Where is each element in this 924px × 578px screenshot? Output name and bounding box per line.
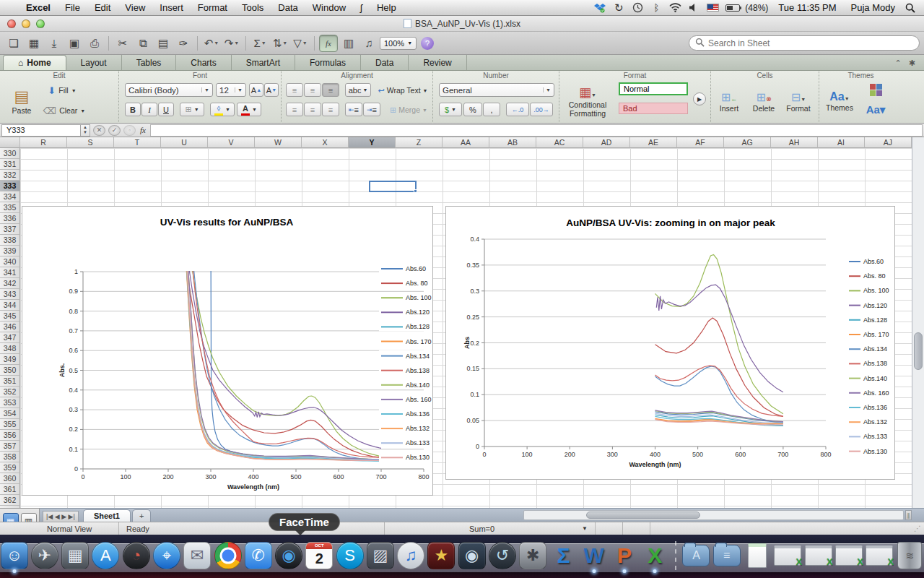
align-right-button[interactable]: ≡ bbox=[322, 103, 339, 116]
menu-item-edit[interactable]: Edit bbox=[87, 0, 118, 16]
row-header-331[interactable]: 331 bbox=[0, 159, 20, 170]
themes-button[interactable]: Aa▼Themes bbox=[821, 82, 858, 120]
row-header-341[interactable]: 341 bbox=[0, 267, 20, 278]
column-header-aj[interactable]: AJ bbox=[865, 137, 912, 148]
row-header-350[interactable]: 350 bbox=[0, 365, 20, 376]
row-header-359[interactable]: 359 bbox=[0, 462, 20, 473]
fill-color-button[interactable]: ⬨▼ bbox=[210, 103, 235, 116]
input-source-flag-icon[interactable] bbox=[705, 1, 720, 15]
cell-style-bad[interactable]: Bad bbox=[619, 103, 688, 114]
row-header-333[interactable]: 333 bbox=[0, 181, 20, 191]
dock-icon-imovie[interactable]: ★ bbox=[427, 541, 456, 570]
row-header-335[interactable]: 335 bbox=[0, 202, 20, 213]
menu-item-insert[interactable]: Insert bbox=[152, 0, 191, 16]
column-header-ag[interactable]: AG bbox=[724, 137, 771, 148]
formula-input[interactable] bbox=[150, 124, 923, 137]
column-header-y[interactable]: Y bbox=[349, 137, 396, 148]
dock-icon-messages[interactable]: ✆ bbox=[244, 541, 272, 570]
dock-icon-grapher[interactable]: Σ bbox=[549, 541, 578, 570]
column-header-af[interactable]: AF bbox=[677, 137, 724, 148]
vertical-scrollbar-thumb[interactable] bbox=[914, 332, 923, 370]
wrap-text-button[interactable]: ↩Wrap Text▼ bbox=[374, 83, 432, 98]
column-header-w[interactable]: W bbox=[255, 137, 302, 148]
search-field[interactable] bbox=[689, 35, 920, 51]
dock-icon-app-store[interactable]: A bbox=[92, 541, 120, 570]
dock-icon-excel-window-4[interactable]: X bbox=[865, 541, 893, 570]
menu-item-tools[interactable]: Tools bbox=[235, 0, 271, 16]
paste-button[interactable]: ▤Paste bbox=[6, 82, 38, 120]
open-gallery-button[interactable]: ▦ bbox=[25, 35, 43, 52]
filter-button[interactable]: ▽▼ bbox=[291, 35, 310, 52]
row-header-342[interactable]: 342 bbox=[0, 278, 20, 289]
window-title-bar[interactable]: BSA_AuNP_Uv-Vis (1).xlsx bbox=[0, 16, 924, 32]
tab-formulas[interactable]: Formulas bbox=[295, 55, 361, 70]
cancel-entry-button[interactable]: ✕ bbox=[93, 125, 105, 136]
row-header-361[interactable]: 361 bbox=[0, 484, 20, 495]
column-header-ab[interactable]: AB bbox=[489, 137, 536, 148]
menu-item-help[interactable]: Help bbox=[370, 0, 404, 16]
tab-tables[interactable]: Tables bbox=[122, 55, 177, 70]
add-sheet-button[interactable]: + bbox=[132, 509, 151, 522]
column-header-x[interactable]: X bbox=[302, 137, 349, 148]
select-all-corner[interactable] bbox=[0, 137, 20, 148]
vertical-scrollbar[interactable] bbox=[912, 137, 924, 509]
dock-icon-finder[interactable]: ☺ bbox=[0, 541, 28, 570]
column-header-v[interactable]: V bbox=[208, 137, 255, 148]
comma-format-button[interactable]: , bbox=[483, 103, 500, 116]
sync-icon[interactable]: ↻ bbox=[611, 1, 627, 15]
column-header-r[interactable]: R bbox=[20, 137, 67, 148]
copy-button[interactable]: ⧉ bbox=[134, 35, 152, 52]
horizontal-scrollbar-thumb[interactable] bbox=[586, 512, 700, 519]
menu-item-file[interactable]: File bbox=[58, 0, 87, 16]
borders-button[interactable]: ⊞▼ bbox=[180, 103, 204, 116]
print-button[interactable]: ⎙ bbox=[85, 35, 104, 52]
open-button[interactable]: ⤓ bbox=[45, 35, 64, 52]
dock-icon-excel[interactable]: X bbox=[641, 541, 669, 570]
chart-uvvis-zoom[interactable]: 00.050.10.150.20.250.30.350.401002003004… bbox=[445, 206, 895, 480]
search-input[interactable] bbox=[708, 38, 913, 48]
apple-menu[interactable] bbox=[0, 0, 19, 16]
row-header-345[interactable]: 345 bbox=[0, 311, 20, 322]
percent-format-button[interactable]: % bbox=[463, 103, 482, 116]
dock-icon-photo-booth[interactable]: ▨ bbox=[366, 541, 394, 570]
conditional-formatting-button[interactable]: ▦▼ ConditionalFormatting bbox=[562, 81, 613, 121]
dock-icon-excel-window-3[interactable]: X bbox=[834, 541, 863, 570]
row-header-351[interactable]: 351 bbox=[0, 376, 20, 387]
ribbon-collapse-button[interactable]: ⌃ bbox=[895, 59, 902, 68]
column-header-aa[interactable]: AA bbox=[443, 137, 489, 148]
align-top-button[interactable]: ≡ bbox=[286, 83, 303, 97]
theme-fonts-button[interactable]: Aa▾ bbox=[861, 101, 890, 118]
align-center-button[interactable]: ≡ bbox=[304, 103, 321, 116]
sort-button[interactable]: ⇅▼ bbox=[271, 35, 289, 52]
redo-button[interactable]: ↷▼ bbox=[222, 35, 241, 52]
row-header-337[interactable]: 337 bbox=[0, 224, 20, 235]
row-header-343[interactable]: 343 bbox=[0, 289, 20, 300]
cut-button[interactable]: ✂ bbox=[113, 35, 132, 52]
dock-icon-chrome[interactable] bbox=[214, 541, 242, 570]
name-box[interactable]: Y333 bbox=[1, 124, 81, 137]
dock-icon-dashboard[interactable]: ◔ bbox=[122, 541, 150, 570]
column-header-u[interactable]: U bbox=[161, 137, 208, 148]
dock-icon-word[interactable]: W bbox=[580, 541, 608, 570]
delete-cells-button[interactable]: ⊞⊗Delete bbox=[747, 82, 780, 120]
row-header-334[interactable]: 334 bbox=[0, 191, 20, 202]
row-header-339[interactable]: 339 bbox=[0, 246, 20, 256]
row-header-357[interactable]: 357 bbox=[0, 441, 20, 452]
new-workbook-button[interactable]: ❏ bbox=[4, 35, 23, 52]
row-header-355[interactable]: 355 bbox=[0, 419, 20, 430]
currency-format-button[interactable]: $▼ bbox=[439, 103, 462, 116]
dock-icon-documents-folder[interactable]: ≡ bbox=[712, 541, 741, 570]
accept-entry-button[interactable]: ✓ bbox=[108, 125, 121, 136]
row-header-330[interactable]: 330 bbox=[0, 148, 20, 159]
align-middle-button[interactable]: ≡ bbox=[304, 83, 321, 97]
format-painter-button[interactable]: ✑ bbox=[174, 35, 193, 52]
volume-icon[interactable] bbox=[686, 1, 702, 15]
number-format-combo[interactable]: General▼ bbox=[439, 83, 554, 97]
media-browser-button[interactable]: ♫ bbox=[359, 35, 378, 52]
wifi-icon[interactable] bbox=[667, 1, 683, 15]
align-left-button[interactable]: ≡ bbox=[286, 103, 303, 116]
fill-handle[interactable] bbox=[414, 189, 417, 193]
increase-indent-button[interactable]: ⇥≡ bbox=[363, 103, 380, 116]
font-size-combo[interactable]: 12▼ bbox=[216, 83, 246, 97]
decrease-indent-button[interactable]: ⇤≡ bbox=[345, 103, 362, 116]
